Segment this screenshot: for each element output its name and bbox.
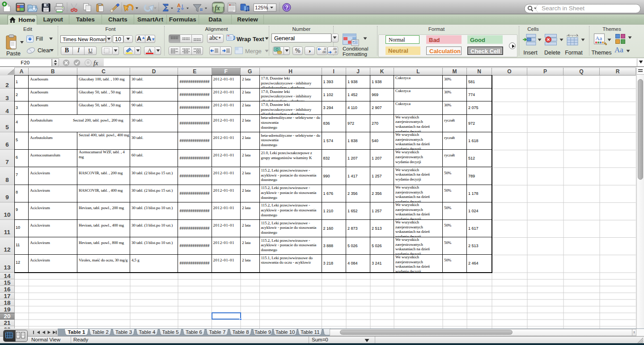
svg-text:Table 3: Table 3 — [115, 329, 132, 335]
svg-text:Table 9: Table 9 — [254, 329, 271, 335]
svg-text:fx: fx — [215, 4, 220, 12]
svg-text:Table 8: Table 8 — [233, 329, 249, 335]
svg-text:Search in Sheet: Search in Sheet — [542, 5, 585, 12]
svg-text:?: ? — [285, 4, 288, 11]
svg-text:125%: 125% — [255, 5, 268, 10]
svg-text:Table 7: Table 7 — [209, 329, 225, 335]
svg-text:Aa: Aa — [595, 35, 602, 42]
svg-text:Table 10: Table 10 — [275, 329, 295, 335]
svg-text:fx: fx — [93, 60, 98, 67]
svg-text:Table 6: Table 6 — [186, 329, 202, 335]
svg-text:Table 11: Table 11 — [301, 329, 320, 335]
svg-text:Z: Z — [177, 8, 180, 13]
svg-text:Table 4: Table 4 — [139, 329, 156, 335]
svg-text:Table 2: Table 2 — [92, 329, 109, 335]
svg-text:Table 1: Table 1 — [68, 329, 85, 335]
svg-text:Table 5: Table 5 — [162, 329, 179, 335]
